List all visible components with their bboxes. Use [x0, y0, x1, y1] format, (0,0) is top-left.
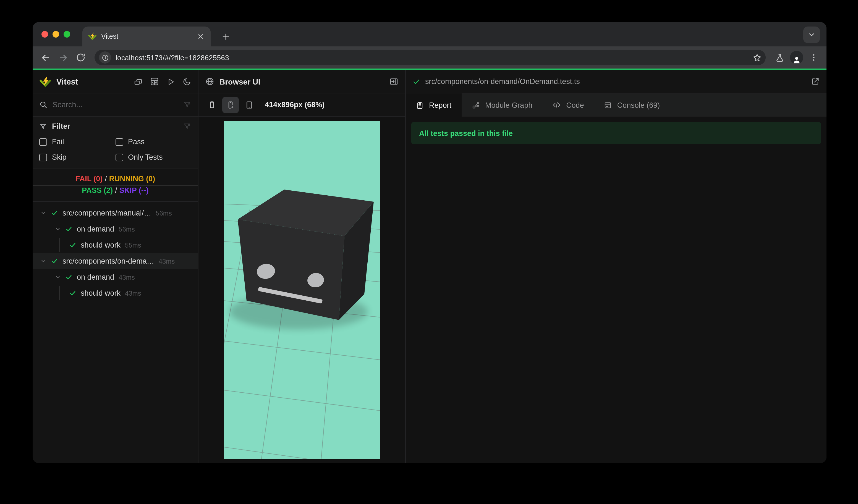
test-duration: 43ms: [118, 273, 135, 281]
app-title: Vitest: [57, 77, 129, 86]
checkbox-label: Only Tests: [128, 153, 163, 161]
minimize-window-button[interactable]: [52, 31, 59, 37]
browser-window: Vitest: [33, 22, 826, 463]
back-icon[interactable]: [38, 50, 52, 65]
test-label: src/components/manual/…: [62, 209, 151, 217]
report-content: All tests passed in this file: [406, 117, 826, 463]
experiments-flask-icon[interactable]: [772, 50, 787, 65]
indent-guide: [45, 270, 45, 300]
detail-header: src/components/on-demand/OnDemand.test.t…: [406, 70, 826, 93]
url-bar[interactable]: localhost:5173/#/?file=1828625563: [95, 50, 766, 65]
detail-panel: src/components/on-demand/OnDemand.test.t…: [406, 70, 826, 463]
external-link-icon[interactable]: [810, 77, 820, 86]
chevron-down-icon[interactable]: [41, 258, 46, 264]
fail-count: FAIL (0): [76, 175, 103, 183]
tab-strip: Vitest: [33, 22, 826, 46]
filter-panel: Filter Fail Pass: [33, 117, 198, 169]
preview-area: [198, 117, 405, 463]
test-duration: 56ms: [156, 209, 172, 217]
checkbox-label: Skip: [52, 153, 67, 161]
skip-count: SKIP (--): [120, 186, 149, 195]
url-text[interactable]: localhost:5173/#/?file=1828625563: [115, 53, 747, 62]
tab-label: Code: [566, 101, 584, 109]
reload-icon[interactable]: [74, 50, 88, 65]
separator: /: [102, 175, 109, 183]
tested-page-viewport[interactable]: [224, 121, 380, 459]
screen: Vitest: [0, 0, 858, 504]
checkbox-icon[interactable]: [115, 138, 123, 146]
threejs-scene: [224, 121, 380, 459]
test-file-row[interactable]: src/components/manual/… 56ms: [33, 205, 198, 221]
checkbox-icon[interactable]: [39, 138, 47, 146]
checkbox-label: Pass: [128, 137, 145, 146]
chevron-down-icon[interactable]: [55, 274, 61, 280]
checkbox-label: Fail: [52, 137, 64, 146]
vitest-favicon-icon: [88, 32, 97, 41]
clear-filter-icon[interactable]: [183, 122, 191, 130]
search-input[interactable]: [52, 101, 178, 109]
running-count: RUNNING (0): [109, 175, 155, 183]
filter-title: Filter: [52, 122, 178, 130]
viewport-size-label: 414x896px (68%): [265, 101, 324, 109]
bookmark-star-icon[interactable]: [751, 52, 762, 63]
device-tablet-button[interactable]: [241, 96, 258, 113]
tab-code[interactable]: Code: [542, 93, 594, 117]
cascade-windows-icon[interactable]: [134, 77, 143, 86]
vitest-logo-icon: [39, 76, 51, 87]
dock-panel-right-icon[interactable]: [389, 77, 399, 86]
pass-check-icon: [65, 226, 73, 233]
profile-avatar[interactable]: [790, 51, 803, 64]
tab-console[interactable]: Console (69): [594, 93, 670, 117]
pass-check-icon: [69, 242, 76, 249]
browser-menu-kebab-icon[interactable]: [807, 50, 821, 65]
tab-title: Vitest: [101, 33, 192, 40]
tab-module-graph[interactable]: Module Graph: [461, 93, 542, 117]
test-duration: 55ms: [125, 241, 141, 249]
browser-toolbar: localhost:5173/#/?file=1828625563: [33, 46, 826, 68]
tab-search-chevron-button[interactable]: [803, 27, 820, 43]
dashboard-icon[interactable]: [150, 77, 159, 86]
tab-label: Console (69): [617, 101, 660, 109]
pass-check-icon: [51, 258, 58, 265]
file-pass-check-icon: [412, 78, 420, 85]
filter-checkbox-pass[interactable]: Pass: [115, 137, 191, 146]
globe-icon: [205, 77, 214, 86]
close-tab-icon[interactable]: [196, 32, 205, 41]
indent-guide: [59, 286, 60, 300]
test-summary: FAIL (0)/RUNNING (0) PASS (2)/SKIP (--): [33, 169, 198, 202]
tab-label: Module Graph: [485, 101, 533, 109]
checkbox-icon[interactable]: [115, 153, 123, 161]
pass-check-icon: [65, 274, 73, 281]
new-tab-button[interactable]: [218, 29, 233, 44]
test-suite-row[interactable]: on demand 43ms: [33, 269, 198, 285]
filter-checkbox-skip[interactable]: Skip: [39, 153, 115, 161]
robot-cube: [238, 190, 374, 320]
test-case-row[interactable]: should work 43ms: [33, 285, 198, 301]
test-label: should work: [81, 241, 121, 249]
preview-title: Browser UI: [220, 77, 384, 86]
filter-checkbox-fail[interactable]: Fail: [39, 137, 115, 146]
device-phone-plus-button[interactable]: [222, 96, 239, 113]
close-window-button[interactable]: [42, 31, 48, 37]
test-tree: src/components/manual/… 56ms on demand 5…: [33, 202, 198, 463]
clear-search-filter-icon[interactable]: [183, 101, 191, 109]
tab-report[interactable]: Report: [406, 93, 461, 117]
test-file-row-selected[interactable]: src/components/on-dema… 43ms: [33, 253, 198, 269]
dark-mode-moon-icon[interactable]: [182, 77, 191, 86]
filter-checkbox-only-tests[interactable]: Only Tests: [115, 153, 191, 161]
sidebar: Vitest: [33, 70, 198, 463]
zoom-window-button[interactable]: [64, 31, 70, 37]
window-controls: [42, 31, 70, 37]
test-case-row[interactable]: should work 55ms: [33, 237, 198, 253]
forward-icon[interactable]: [56, 50, 70, 65]
test-suite-row[interactable]: on demand 56ms: [33, 221, 198, 237]
site-info-icon[interactable]: [99, 51, 111, 64]
run-all-icon[interactable]: [166, 77, 175, 86]
checkbox-icon[interactable]: [39, 153, 47, 161]
device-phone-button[interactable]: [204, 96, 220, 113]
pass-check-icon: [51, 209, 58, 217]
browser-tab-vitest[interactable]: Vitest: [82, 27, 211, 46]
chevron-down-icon[interactable]: [55, 226, 61, 232]
vitest-ui: Vitest: [33, 70, 826, 463]
chevron-down-icon[interactable]: [41, 210, 46, 216]
